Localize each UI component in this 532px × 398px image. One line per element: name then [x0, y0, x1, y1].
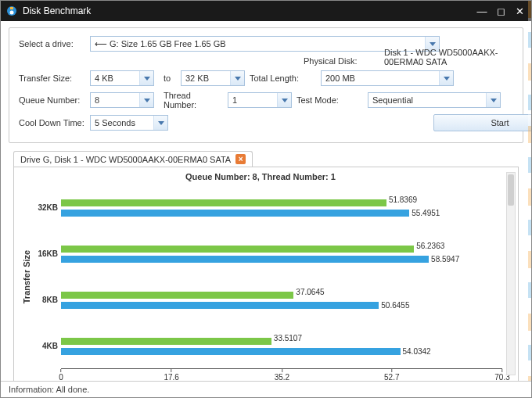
drive-label: Select a drive:: [19, 39, 85, 48]
chevron-down-icon: [153, 116, 167, 130]
status-label: Information:: [9, 385, 54, 394]
transfer-from-value: 4 KB: [95, 74, 113, 83]
y-axis-ticks: 32KB16KB8KB4KB: [34, 185, 61, 369]
test-mode-value: Sequential: [372, 95, 413, 105]
start-button[interactable]: Start: [433, 114, 532, 131]
cooldown-value: 5 Seconds: [95, 118, 135, 127]
bar-sequential-reading: [61, 210, 409, 217]
x-tick: 35.2: [275, 369, 289, 382]
value-label: 37.0645: [296, 288, 324, 296]
cooldown-select[interactable]: 5 Seconds: [90, 115, 168, 131]
test-mode-label: Test Mode:: [297, 95, 363, 105]
y-tick: 4KB: [34, 342, 58, 350]
test-mode-select[interactable]: Sequential: [368, 92, 501, 108]
close-tab-icon[interactable]: ×: [235, 154, 246, 164]
bar-sequential-writing: [61, 246, 414, 253]
status-bar: Information: All done.: [1, 381, 531, 397]
bar-sequential-reading: [61, 348, 401, 355]
close-button[interactable]: ✕: [512, 4, 527, 18]
svg-point-2: [10, 11, 14, 15]
thread-number-value: 1: [232, 95, 237, 105]
y-tick: 16KB: [34, 249, 58, 258]
chevron-down-icon: [277, 93, 291, 107]
status-value: All done.: [56, 385, 90, 394]
x-tick: 52.7: [384, 369, 399, 382]
to-label: to: [159, 74, 176, 83]
svg-rect-1: [10, 7, 13, 9]
chevron-down-icon: [139, 71, 153, 85]
scrollbar-thumb[interactable]: [508, 174, 514, 206]
queue-number-value: 8: [95, 95, 99, 105]
physical-disk-value: Disk 1 - WDC WD5000AAKX-00ERMA0 SATA: [384, 48, 521, 66]
queue-number-select[interactable]: 8: [90, 92, 154, 108]
minimize-button[interactable]: —: [475, 4, 489, 18]
chevron-down-icon: [439, 71, 453, 85]
bar-sequential-reading: [61, 302, 379, 309]
x-tick: 17.6: [164, 369, 178, 382]
thread-number-select[interactable]: 1: [228, 92, 292, 108]
value-label: 50.6455: [381, 301, 409, 310]
bar-sequential-writing: [61, 338, 271, 345]
titlebar: Disk Benchmark — ◻ ✕: [1, 1, 531, 21]
decorative-strip: [528, 1, 531, 397]
chart-panel: Queue Number: 8, Thread Number: 1 Transf…: [13, 167, 519, 398]
maximize-button[interactable]: ◻: [494, 4, 508, 18]
window-title: Disk Benchmark: [23, 5, 475, 16]
value-label: 55.4951: [412, 209, 440, 217]
chevron-down-icon: [230, 71, 244, 85]
tab-strip: Drive G, Disk 1 - WDC WD5000AAKX-00ERMA0…: [9, 151, 523, 167]
total-length-select[interactable]: 200 MB: [321, 70, 454, 86]
app-icon: [5, 5, 18, 17]
y-tick: 32KB: [34, 203, 58, 212]
window-controls: — ◻ ✕: [475, 4, 527, 18]
y-tick: 8KB: [34, 296, 58, 304]
value-label: 33.5107: [274, 334, 302, 342]
x-tick: 0: [59, 369, 63, 382]
drive-value: ⟵ G: Size 1.65 GB Free 1.65 GB: [95, 39, 226, 49]
bar-sequential-reading: [61, 256, 429, 263]
tab-label: Drive G, Disk 1 - WDC WD5000AAKX-00ERMA0…: [20, 155, 231, 164]
value-label: 56.2363: [416, 242, 444, 250]
vertical-scrollbar[interactable]: [506, 172, 516, 375]
total-length-label: Total Length:: [250, 74, 316, 83]
transfer-to-value: 32 KB: [185, 74, 209, 83]
physical-disk-label: Physical Disk:: [304, 56, 370, 66]
thread-number-label: Thread Number:: [159, 91, 223, 109]
transfer-size-label: Transfer Size:: [19, 74, 85, 83]
chevron-down-icon: [486, 93, 500, 107]
chart-title: Queue Number: 8, Thread Number: 1: [19, 172, 502, 181]
result-tab[interactable]: Drive G, Disk 1 - WDC WD5000AAKX-00ERMA0…: [13, 151, 253, 167]
transfer-to-select[interactable]: 32 KB: [181, 70, 245, 86]
value-label: 54.0342: [403, 347, 431, 356]
bar-sequential-writing: [61, 292, 293, 299]
bar-sequential-writing: [61, 199, 386, 206]
transfer-from-select[interactable]: 4 KB: [90, 70, 154, 86]
cooldown-label: Cool Down Time:: [19, 118, 85, 127]
queue-number-label: Queue Number:: [19, 95, 85, 105]
plot-area: 51.836955.495156.236358.594737.064550.64…: [61, 185, 502, 369]
value-label: 58.5947: [431, 255, 459, 264]
settings-panel: Select a drive: ⟵ G: Size 1.65 GB Free 1…: [9, 27, 523, 143]
chevron-down-icon: [139, 93, 153, 107]
total-length-value: 200 MB: [325, 74, 355, 83]
y-axis-label: Transfer Size: [22, 250, 31, 303]
value-label: 51.8369: [389, 195, 417, 204]
